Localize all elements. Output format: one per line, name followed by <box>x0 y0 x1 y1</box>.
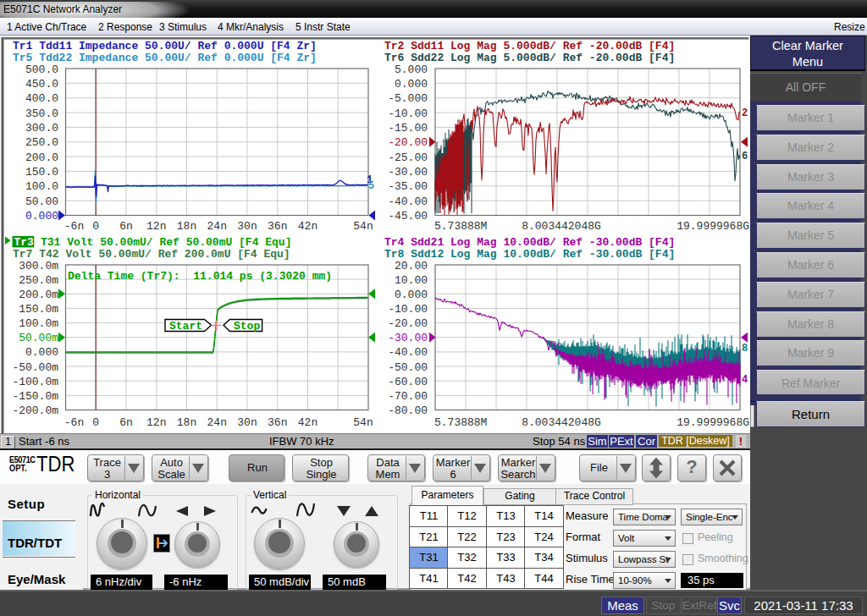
svg-text:200.0: 200.0 <box>25 151 58 164</box>
svg-text:-6n: -6n <box>64 220 84 233</box>
svg-text:-80.00: -80.00 <box>388 404 428 417</box>
svg-text:5: 5 <box>368 180 374 192</box>
svg-text:-35.00: -35.00 <box>388 180 428 193</box>
svg-text:19.9999968G: 19.9999968G <box>676 416 749 429</box>
svg-text:24n: 24n <box>207 416 227 429</box>
svg-text:50.00m: 50.00m <box>19 332 58 344</box>
svg-text:12n: 12n <box>146 220 166 233</box>
svg-text:5.73888M: 5.73888M <box>434 416 487 429</box>
svg-text:0.000: 0.000 <box>395 289 428 301</box>
svg-text:6n: 6n <box>119 220 133 233</box>
svg-text:42n: 42n <box>298 220 318 233</box>
svg-text:-60.00: -60.00 <box>388 376 428 388</box>
svg-text:-30.00: -30.00 <box>388 166 428 179</box>
svg-text:-10.00: -10.00 <box>388 107 428 120</box>
svg-text:10.00: 10.00 <box>395 274 428 287</box>
svg-text:100.0m: 100.0m <box>19 317 58 330</box>
svg-text:Tr1 Tdd11 Impedance 50.00U/ Re: Tr1 Tdd11 Impedance 50.00U/ Ref 0.000U [… <box>13 40 317 52</box>
svg-text:350.0: 350.0 <box>25 107 58 120</box>
svg-text:-100.0m: -100.0m <box>12 376 58 388</box>
svg-text:18n: 18n <box>177 416 196 429</box>
svg-text:12n: 12n <box>146 416 166 429</box>
svg-text:Tr4 Sdd21 Log Mag 10.00dB/ Ref: Tr4 Sdd21 Log Mag 10.00dB/ Ref -30.00dB … <box>384 236 675 249</box>
svg-text:5.73888M: 5.73888M <box>434 220 487 233</box>
svg-text:-50.00: -50.00 <box>388 361 428 374</box>
svg-text:Start: Start <box>169 320 202 333</box>
svg-text:0: 0 <box>92 416 99 429</box>
svg-text:50.00: 50.00 <box>25 195 58 208</box>
svg-text:6: 6 <box>742 151 748 162</box>
svg-text:8.003442048G: 8.003442048G <box>522 416 601 429</box>
svg-text:-25.00: -25.00 <box>388 151 428 164</box>
svg-text:-40.00: -40.00 <box>388 195 428 208</box>
svg-text:0.000: 0.000 <box>25 210 58 223</box>
svg-text:Tr3: Tr3 <box>14 236 35 249</box>
svg-text:8: 8 <box>742 343 748 355</box>
svg-text:Tr8 Sdd12 Log Mag 10.00dB/ Ref: Tr8 Sdd12 Log Mag 10.00dB/ Ref -30.00dB … <box>384 248 675 261</box>
svg-text:-70.00: -70.00 <box>388 390 428 403</box>
svg-text:-40.00: -40.00 <box>388 346 428 359</box>
svg-text:36n: 36n <box>268 220 287 233</box>
svg-text:-6n: -6n <box>64 416 84 429</box>
svg-text:19.9999968G: 19.9999968G <box>676 220 749 233</box>
svg-text:-45.00: -45.00 <box>388 210 428 223</box>
svg-text:4: 4 <box>742 374 748 386</box>
svg-text:300.0: 300.0 <box>25 122 58 135</box>
svg-text:30n: 30n <box>237 416 257 429</box>
svg-text:8.003442048G: 8.003442048G <box>522 220 601 233</box>
svg-text:18n: 18n <box>177 220 196 233</box>
svg-text:0.000: 0.000 <box>395 78 428 91</box>
svg-text:Delta Time (Tr7): 11.014 ps (: Delta Time (Tr7): 11.014 ps (3.3020 mm) <box>68 270 332 283</box>
svg-text:450.0: 450.0 <box>25 78 58 91</box>
svg-text:150.0m: 150.0m <box>19 303 58 316</box>
svg-text:-15.00: -15.00 <box>388 122 428 135</box>
svg-text:20.00: 20.00 <box>395 260 428 272</box>
svg-text:36n: 36n <box>268 416 287 429</box>
svg-text:0: 0 <box>92 220 99 233</box>
svg-text:2: 2 <box>742 107 748 119</box>
svg-text:250.0: 250.0 <box>25 136 58 149</box>
svg-text:30n: 30n <box>237 220 257 233</box>
svg-text:24n: 24n <box>207 220 227 233</box>
svg-text:200.0m: 200.0m <box>19 289 58 301</box>
svg-text:54n: 54n <box>353 220 373 233</box>
svg-text:Stop: Stop <box>234 320 260 333</box>
svg-text:-10.00: -10.00 <box>388 303 428 316</box>
svg-text:400.0: 400.0 <box>25 92 58 105</box>
svg-text:-5.000: -5.000 <box>388 92 428 105</box>
svg-text:150.0: 150.0 <box>25 166 58 179</box>
svg-text:54n: 54n <box>353 416 373 429</box>
svg-text:42n: 42n <box>298 416 318 429</box>
svg-text:5.000: 5.000 <box>395 63 428 76</box>
svg-text:500.0: 500.0 <box>25 63 58 76</box>
svg-text:Tr6 Sdd22 Log Mag 5.000dB/ Ref: Tr6 Sdd22 Log Mag 5.000dB/ Ref -20.00dB … <box>384 52 675 64</box>
svg-text:250.0m: 250.0m <box>19 274 58 287</box>
svg-text:-150.0m: -150.0m <box>12 390 58 403</box>
svg-text:0.000: 0.000 <box>25 346 58 359</box>
svg-text:-20.00: -20.00 <box>388 136 428 149</box>
svg-text:-200.0m: -200.0m <box>12 404 58 417</box>
svg-text:Tr2 Sdd11 Log Mag 5.000dB/ Ref: Tr2 Sdd11 Log Mag 5.000dB/ Ref -20.00dB … <box>384 40 675 52</box>
svg-text:300.0m: 300.0m <box>19 260 58 272</box>
svg-text:-20.00: -20.00 <box>388 317 428 330</box>
svg-text:-50.00m: -50.00m <box>12 361 58 374</box>
svg-text:6n: 6n <box>119 416 133 429</box>
svg-text:100.0: 100.0 <box>25 180 58 193</box>
svg-text:T31 Volt 50.00mU/ Ref 50.00mU: T31 Volt 50.00mU/ Ref 50.00mU [F4 Equ] <box>41 236 291 249</box>
svg-text:-30.00: -30.00 <box>388 332 428 344</box>
